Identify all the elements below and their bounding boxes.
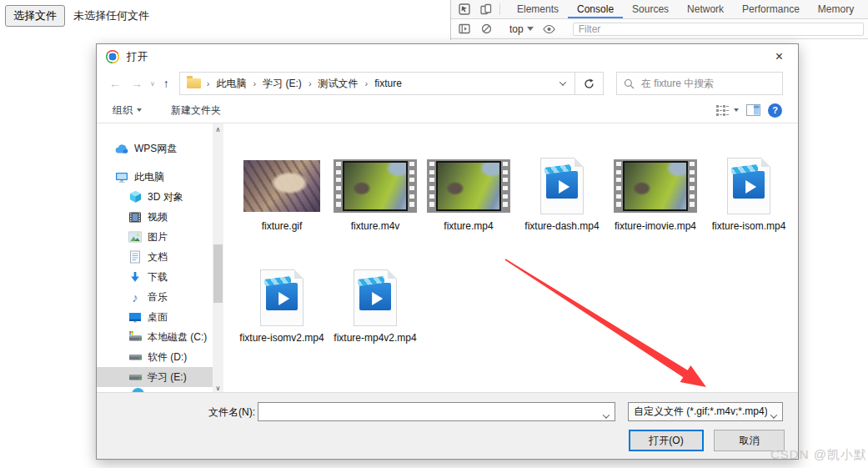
film-icon <box>128 210 143 224</box>
thumbnail-video-file <box>354 267 397 329</box>
organize-button[interactable]: 组织 <box>113 103 142 118</box>
file-item[interactable]: fixture.m4v <box>329 155 422 254</box>
sidebar-item[interactable]: 下载 <box>97 267 213 287</box>
file-name-label: fixture-isomv2.mp4 <box>239 332 324 345</box>
sidebar-item-label: 软件 (D:) <box>148 350 187 365</box>
thumbnail-video-file <box>540 155 584 217</box>
thumbnail-filmstrip <box>614 155 697 217</box>
search-placeholder: 在 fixture 中搜索 <box>641 77 714 91</box>
address-bar[interactable]: ›此电脑›学习 (E:)›测试文件›fixture <box>179 72 604 95</box>
new-folder-button[interactable]: 新建文件夹 <box>171 103 221 118</box>
eye-icon[interactable] <box>539 24 560 34</box>
file-item[interactable]: fixture-isomv2.mp4 <box>235 267 329 365</box>
file-name-label: fixture-isom.mp4 <box>712 220 786 233</box>
view-mode-button[interactable] <box>715 104 739 117</box>
close-icon[interactable]: × <box>760 44 798 68</box>
sidebar-item-label: 本地磁盘 (C:) <box>148 330 207 345</box>
history-chevron-icon[interactable]: ∨ <box>150 80 155 88</box>
file-name-label: fixture.mp4 <box>444 220 493 233</box>
thumbnail-filmstrip <box>334 155 417 217</box>
clear-console-icon[interactable] <box>475 23 497 34</box>
preview-pane-button[interactable] <box>746 104 760 116</box>
drive-windows-icon <box>128 330 143 344</box>
help-icon[interactable]: ? <box>768 103 782 118</box>
tab-performance[interactable]: Performance <box>733 0 809 18</box>
dialog-footer: 文件名(N): 自定义文件 (*.gif;*.m4v;*.mp4) 打开(O) … <box>97 392 798 459</box>
file-name-label: fixture.gif <box>262 220 303 233</box>
picture-icon <box>128 230 143 244</box>
sidebar-item[interactable]: 桌面 <box>97 307 213 327</box>
filename-input[interactable] <box>260 404 596 420</box>
chevron-down-icon[interactable] <box>604 410 609 421</box>
breadcrumb-item[interactable]: fixture <box>369 78 407 89</box>
scrollbar-thumb[interactable] <box>213 244 223 303</box>
chevron-down-icon <box>137 108 142 112</box>
chevron-down-icon <box>771 410 776 421</box>
file-item[interactable]: fixture-isom.mp4 <box>702 155 795 254</box>
sidebar-item-label: WPS网盘 <box>134 142 177 156</box>
devtools-panel: ElementsConsoleSourcesNetworkPerformance… <box>450 0 868 40</box>
filename-label: 文件名(N): <box>188 405 255 420</box>
sidebar-item-label: 3D 对象 <box>148 190 183 204</box>
tab-network[interactable]: Network <box>678 0 733 18</box>
search-input[interactable]: 在 fixture 中搜索 <box>616 72 783 95</box>
tab-memory[interactable]: Memory <box>809 0 863 18</box>
file-input-row: 选择文件 未选择任何文件 <box>5 5 149 27</box>
devtools-tab-bar: ElementsConsoleSourcesNetworkPerformance… <box>451 0 868 19</box>
refresh-icon[interactable] <box>575 73 603 94</box>
thumbnail-filmstrip <box>427 155 510 217</box>
file-item[interactable]: fixture-mp4v2.mp4 <box>329 267 422 365</box>
file-item[interactable]: fixture.gif <box>235 155 329 254</box>
console-filter-input[interactable]: Filter <box>573 23 864 36</box>
file-item[interactable]: fixture-imovie.mp4 <box>609 155 702 254</box>
sidebar-item[interactable]: 本地磁盘 (C:) <box>97 327 213 347</box>
file-name-label: fixture-dash.mp4 <box>524 220 599 233</box>
sidebar-item[interactable]: ♪音乐 <box>97 287 213 307</box>
sidebar-item[interactable]: 此电脑 <box>97 167 213 187</box>
chrome-logo-icon <box>106 50 119 63</box>
sidebar-item[interactable]: 图片 <box>97 227 213 247</box>
tab-console[interactable]: Console <box>568 0 623 18</box>
sidebar: WPS网盘此电脑3D 对象视频图片文档下载♪音乐桌面本地磁盘 (C:)软件 (D… <box>97 123 223 394</box>
console-sidebar-icon[interactable] <box>454 23 475 34</box>
filename-combobox[interactable] <box>258 402 615 421</box>
open-button[interactable]: 打开(O) <box>629 430 704 451</box>
search-icon <box>624 78 635 89</box>
back-arrow-icon[interactable]: ← <box>109 77 121 90</box>
breadcrumb-item[interactable]: 此电脑 <box>212 77 252 91</box>
divider <box>499 3 500 15</box>
inspect-element-icon[interactable] <box>454 0 475 18</box>
sidebar-item-label: 音乐 <box>148 290 168 304</box>
sidebar-item[interactable]: 学习 (E:) <box>97 367 213 387</box>
file-item[interactable]: fixture.mp4 <box>422 155 515 254</box>
navigation-bar: ← → ∨ ↑ ›此电脑›学习 (E:)›测试文件›fixture 在 fixt… <box>97 69 798 98</box>
thumbnail-video-file <box>260 267 304 329</box>
file-type-select[interactable]: 自定义文件 (*.gif;*.m4v;*.mp4) <box>628 402 783 421</box>
document-icon <box>128 250 143 264</box>
file-name-label: fixture-mp4v2.mp4 <box>334 332 416 345</box>
device-toolbar-icon[interactable] <box>475 0 497 18</box>
folder-icon <box>187 78 201 88</box>
sidebar-item[interactable]: 文档 <box>97 247 213 267</box>
breadcrumb-item[interactable]: 学习 (E:) <box>258 77 307 91</box>
tab-elements[interactable]: Elements <box>508 0 568 18</box>
choose-file-button[interactable]: 选择文件 <box>5 5 65 27</box>
scroll-up-icon[interactable]: ∧ <box>213 123 223 135</box>
cube-icon <box>128 190 143 204</box>
sidebar-item-label: 此电脑 <box>134 170 164 184</box>
sidebar-item[interactable]: 3D 对象 <box>97 187 213 207</box>
file-item[interactable]: fixture-dash.mp4 <box>515 155 609 254</box>
sidebar-item[interactable]: 软件 (D:) <box>97 347 213 367</box>
forward-arrow-icon[interactable]: → <box>131 77 143 90</box>
address-dropdown-icon[interactable] <box>553 81 574 86</box>
tab-sources[interactable]: Sources <box>623 0 678 18</box>
context-selector[interactable]: top <box>509 23 524 35</box>
no-file-selected-text: 未选择任何文件 <box>73 8 149 23</box>
views-icon <box>715 104 730 117</box>
sidebar-item[interactable]: 视频 <box>97 207 213 227</box>
up-arrow-icon[interactable]: ↑ <box>163 77 169 90</box>
breadcrumb-item[interactable]: 测试文件 <box>314 77 364 91</box>
sidebar-scrollbar[interactable]: ∧ ∨ <box>213 123 223 394</box>
dialog-toolbar: 组织 新建文件夹 ? <box>97 98 798 123</box>
sidebar-item[interactable]: WPS网盘 <box>97 138 213 159</box>
